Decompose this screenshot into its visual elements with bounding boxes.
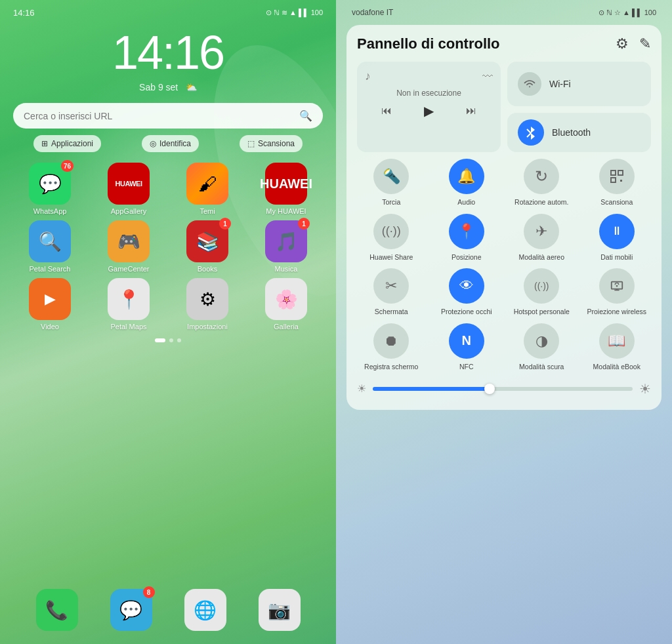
page-indicators (0, 338, 336, 342)
time-left: 14:16 (13, 8, 35, 18)
edit-icon[interactable]: ✎ (639, 35, 651, 52)
wifi-toggle[interactable]: Wi-Fi (507, 62, 651, 106)
airplane-toggle[interactable]: ✈ Modalità aereo (507, 214, 576, 262)
svg-rect-4 (611, 178, 616, 182)
status-bar-right: vodafone IT ⊙ ℕ ☆ ▲ ▌▌ 100 (336, 0, 672, 20)
next-button[interactable]: ⏭ (466, 105, 476, 117)
musica-icon: 🎵 1 (265, 220, 307, 262)
music-note-icon: ♪ (365, 70, 371, 83)
list-item[interactable]: 🌸 Galleria (249, 278, 323, 331)
dot-3 (177, 338, 181, 342)
media-section: ♪ 〰 Non in esecuzione ⏮ ▶ ⏭ (357, 62, 651, 152)
camera-dock-icon[interactable]: 📷 (259, 589, 301, 631)
nfc-toggle[interactable]: N NFC (432, 323, 501, 372)
identifica-button[interactable]: ◎ Identifica (142, 135, 199, 152)
petal-icon: 🔍 (29, 220, 71, 262)
search-icon: 🔍 (299, 110, 312, 122)
list-item[interactable]: HUAWEI My HUAWEI (249, 163, 323, 215)
scan-toggle-icon (599, 159, 635, 194)
bluetooth-icon (518, 119, 544, 146)
list-item[interactable]: 🖌 Temi (171, 163, 244, 215)
protezione-occhi-toggle[interactable]: 👁 Protezione occhi (432, 268, 501, 317)
mobile-data-icon: ⏸ (599, 214, 635, 249)
prev-button[interactable]: ⏮ (381, 105, 392, 117)
messages-dock-icon[interactable]: 💬 8 (110, 589, 152, 631)
books-icon: 📚 1 (186, 220, 228, 262)
play-button[interactable]: ▶ (424, 103, 434, 119)
connectivity-section: Wi-Fi Bluetooth (507, 62, 651, 152)
whatsapp-icon: 💬 76 (29, 163, 71, 205)
ebook-toggle[interactable]: 📖 Modalità eBook (583, 323, 652, 372)
audio-icon: 🔔 (449, 159, 484, 194)
list-item[interactable]: 📍 Petal Maps (92, 278, 165, 331)
svg-line-0 (527, 129, 531, 133)
panel-header: Pannello di controllo ⚙ ✎ (357, 35, 651, 52)
toggle-grid: 🔦 Torcia 🔔 Audio ↻ Rotazione autom. (357, 159, 651, 372)
svg-rect-5 (620, 180, 622, 182)
dot-1 (155, 338, 165, 342)
ebook-icon: 📖 (599, 323, 635, 359)
messages-badge: 8 (143, 586, 155, 598)
dock: 📞 💬 8 🌐 📷 (0, 589, 336, 631)
eye-protection-icon: 👁 (449, 268, 484, 304)
registra-toggle[interactable]: ⏺ Registra schermo (357, 323, 426, 372)
phone-dock-icon[interactable]: 📞 (36, 589, 78, 631)
waveform-icon: 〰 (482, 71, 493, 83)
schermata-toggle[interactable]: ✂ Schermata (357, 268, 426, 317)
search-input[interactable] (24, 111, 299, 121)
list-item[interactable]: HUAWEI AppGallery (92, 163, 165, 215)
airplane-icon: ✈ (524, 214, 559, 249)
status-icons-right: ⊙ ℕ ☆ ▲ ▌▌ 100 (598, 9, 656, 17)
browser-dock-icon[interactable]: 🌐 (184, 589, 226, 631)
apps-grid: 💬 76 WhatsApp HUAWEI AppGallery 🖌 Temi H… (0, 152, 336, 331)
rotation-icon: ↻ (524, 159, 559, 194)
rotazione-toggle[interactable]: ↻ Rotazione autom. (507, 159, 576, 207)
wifi-label: Wi-Fi (549, 79, 571, 89)
media-controls: ⏮ ▶ ⏭ (365, 103, 493, 119)
posizione-toggle[interactable]: 📍 Posizione (432, 214, 501, 262)
left-phone-screen: 14:16 ⊙ ℕ ≋ ▲ ▌▌ 100 14:16 Sab 9 set ⛅ 🔍… (0, 0, 336, 644)
location-icon: 📍 (449, 214, 484, 249)
media-player[interactable]: ♪ 〰 Non in esecuzione ⏮ ▶ ⏭ (357, 62, 501, 152)
books-badge: 1 (219, 218, 231, 230)
list-item[interactable]: 🔍 Petal Search (13, 220, 87, 273)
brightness-track[interactable] (373, 387, 633, 391)
bluetooth-toggle[interactable]: Bluetooth (507, 113, 651, 152)
list-item[interactable]: ▶ Video (13, 278, 87, 331)
brightness-thumb[interactable] (484, 384, 495, 394)
panel-title: Pannello di controllo (357, 35, 500, 52)
hotspot-icon: ((·)) (524, 268, 559, 304)
scansiona-button[interactable]: ⬚ Scansiona (240, 135, 303, 152)
list-item[interactable]: 📚 1 Books (171, 220, 244, 273)
screen-record-icon: ⏺ (373, 323, 409, 359)
huawei-share-toggle[interactable]: ((·)) Huawei Share (357, 214, 426, 262)
svg-line-1 (527, 133, 531, 137)
scansiona-toggle[interactable]: Scansiona (583, 159, 652, 207)
audio-toggle[interactable]: 🔔 Audio (432, 159, 501, 207)
galleria-icon: 🌸 (265, 278, 307, 320)
search-bar[interactable]: 🔍 (13, 103, 323, 129)
torcia-toggle[interactable]: 🔦 Torcia (357, 159, 426, 207)
applicazioni-button[interactable]: ⊞ Applicazioni (33, 135, 101, 152)
svg-point-7 (616, 285, 618, 287)
list-item[interactable]: 💬 76 WhatsApp (13, 163, 87, 215)
brightness-min-icon: ☀ (357, 382, 366, 395)
hotspot-toggle[interactable]: ((·)) Hotspot personale (507, 268, 576, 317)
list-item[interactable]: 🎵 1 Musica (249, 220, 323, 273)
proiezione-toggle[interactable]: Proiezione wireless (583, 268, 652, 317)
scan-icon: ⬚ (247, 139, 255, 148)
search-actions: ⊞ Applicazioni ◎ Identifica ⬚ Scansiona (13, 135, 323, 152)
list-item[interactable]: ⚙ Impostazioni (171, 278, 244, 331)
list-item[interactable]: 🎮 GameCenter (92, 220, 165, 273)
settings-icon[interactable]: ⚙ (616, 35, 629, 52)
huawei-share-icon: ((·)) (373, 214, 409, 249)
weather-icon: ⛅ (186, 82, 197, 92)
status-icons-left: ⊙ ℕ ≋ ▲ ▌▌ 100 (266, 9, 323, 17)
brightness-max-icon: ☀ (639, 381, 651, 397)
brightness-fill (373, 387, 490, 391)
control-panel: Pannello di controllo ⚙ ✎ ♪ 〰 Non in ese… (346, 25, 662, 410)
dark-mode-toggle[interactable]: ◑ Modalità scura (507, 323, 576, 372)
dati-mobili-toggle[interactable]: ⏸ Dati mobili (583, 214, 652, 262)
carrier-label: vodafone IT (352, 8, 393, 17)
media-status: Non in esecuzione (365, 89, 493, 98)
